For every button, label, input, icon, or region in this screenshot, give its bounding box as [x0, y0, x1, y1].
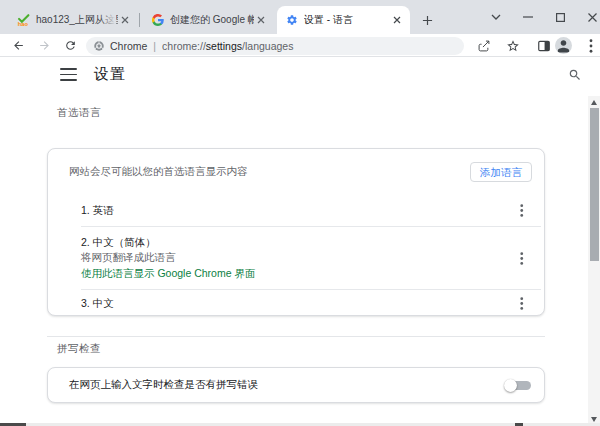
settings-content: 首选语言 网站会尽可能以您的首选语言显示内容 添加语言 1. 英语 2. 中文（…: [0, 96, 588, 423]
tab-close-icon[interactable]: [390, 13, 404, 27]
tab-separator: [139, 13, 140, 27]
scrollbar-thumb[interactable]: [590, 108, 599, 261]
tab-strip: hao hao123_上网从这里开 创建您的 Google 帐号: [0, 0, 600, 34]
hao123-favicon-icon: hao: [17, 14, 30, 27]
google-favicon-icon: [152, 14, 164, 26]
tab-title: 设置 - 语言: [304, 13, 390, 27]
languages-section-label: 首选语言: [57, 106, 101, 120]
languages-card: 网站会尽可能以您的首选语言显示内容 添加语言 1. 英语 2. 中文（简体） 将…: [47, 148, 545, 316]
language-subtitle: 将网页翻译成此语言: [81, 250, 176, 266]
language-more-kebab-icon[interactable]: [516, 251, 528, 265]
settings-search-icon[interactable]: [568, 68, 583, 83]
tab-title: 创建您的 Google 帐号: [170, 13, 254, 27]
toggle-knob: [504, 379, 517, 392]
new-tab-button[interactable]: [420, 13, 435, 28]
spellcheck-card: 在网页上输入文字时检查是否有拼写错误: [47, 367, 545, 403]
window-minimize-button[interactable]: [515, 7, 541, 27]
address-bar[interactable]: Chrome | chrome://settings/languages: [86, 37, 464, 55]
bookmark-star-button[interactable]: [505, 38, 521, 54]
url-host: settings: [206, 40, 242, 52]
forward-button[interactable]: [37, 38, 52, 53]
use-language-for-ui-link[interactable]: 使用此语言显示 Google Chrome 界面: [81, 266, 255, 282]
language-name: 2. 中文（简体）: [81, 235, 156, 250]
tab-close-icon[interactable]: [254, 13, 268, 27]
settings-header: [0, 57, 600, 96]
chrome-logo-icon: [93, 40, 105, 52]
share-button[interactable]: [476, 38, 492, 54]
settings-gear-favicon-icon: [286, 14, 298, 26]
tab-google-account[interactable]: 创建您的 Google 帐号: [143, 6, 274, 34]
profile-avatar[interactable]: [555, 37, 572, 54]
side-panel-button[interactable]: [536, 38, 552, 54]
url-scheme: chrome://: [162, 40, 206, 52]
browser-window: hao hao123_上网从这里开 创建您的 Google 帐号: [0, 0, 600, 426]
section-divider: [47, 336, 545, 337]
language-row-chinese: 3. 中文: [48, 290, 544, 317]
url-separator: |: [153, 40, 156, 52]
site-label: Chrome: [110, 40, 147, 52]
settings-menu-hamburger-icon[interactable]: [60, 68, 77, 81]
languages-description: 网站会尽可能以您的首选语言显示内容: [69, 165, 248, 179]
language-name: 3. 中文: [81, 296, 114, 311]
language-name: 1. 英语: [81, 203, 114, 218]
language-more-kebab-icon[interactable]: [516, 297, 528, 311]
browser-menu-kebab-icon[interactable]: [583, 38, 599, 54]
language-row-english: 1. 英语: [48, 195, 544, 226]
svg-text:hao: hao: [18, 21, 29, 27]
window-close-button[interactable]: [579, 7, 600, 27]
scrollbar-up-arrow-icon[interactable]: [591, 100, 597, 105]
tab-hao123[interactable]: hao hao123_上网从这里开: [8, 6, 138, 34]
language-row-chinese-simplified: 2. 中文（简体） 将网页翻译成此语言 使用此语言显示 Google Chrom…: [48, 227, 544, 289]
window-menu-chevron-icon[interactable]: [483, 7, 509, 27]
url-path: /languages: [242, 40, 293, 52]
page-title: 设置: [94, 65, 126, 84]
reload-button[interactable]: [63, 38, 78, 53]
page-scrollbar[interactable]: [588, 96, 600, 426]
spellcheck-toggle-off[interactable]: [504, 379, 531, 391]
window-maximize-button[interactable]: [547, 7, 573, 27]
tab-title-fade: [100, 12, 116, 34]
languages-description-row: 网站会尽可能以您的首选语言显示内容 添加语言: [48, 149, 544, 195]
language-more-kebab-icon[interactable]: [516, 204, 528, 218]
spellcheck-section-label: 拼写检查: [57, 342, 101, 356]
scrollbar-down-arrow-icon[interactable]: [591, 417, 597, 422]
spellcheck-toggle-label: 在网页上输入文字时检查是否有拼写错误: [69, 378, 258, 392]
tab-settings-active[interactable]: 设置 - 语言: [277, 6, 410, 34]
add-language-button[interactable]: 添加语言: [470, 162, 532, 182]
tab-close-icon[interactable]: [118, 13, 132, 27]
back-button[interactable]: [11, 38, 26, 53]
